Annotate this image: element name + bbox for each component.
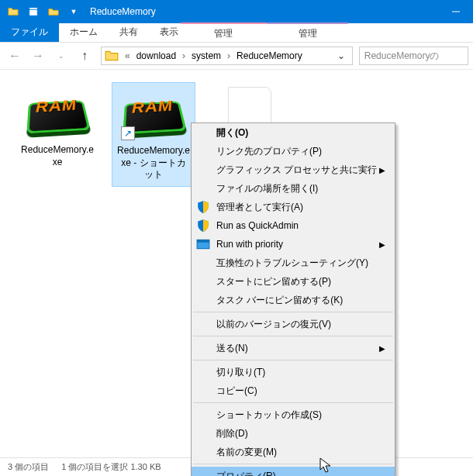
window-title: ReduceMemory bbox=[82, 6, 164, 17]
menu-compatibility[interactable]: 互換性のトラブルシューティング(Y) bbox=[192, 254, 395, 272]
breadcrumb[interactable]: « download › system › ReduceMemory ⌄ bbox=[101, 47, 353, 65]
folder-icon bbox=[5, 3, 22, 20]
folder-icon bbox=[105, 49, 119, 63]
chevron-icon[interactable]: « bbox=[120, 50, 135, 61]
minimize-button[interactable] bbox=[438, 0, 473, 23]
menu-open-file-location[interactable]: ファイルの場所を開く(I) bbox=[192, 179, 395, 198]
chevron-right-icon: ▶ bbox=[379, 166, 385, 174]
cursor-icon bbox=[319, 457, 333, 474]
breadcrumb-dropdown[interactable]: ⌄ bbox=[333, 50, 349, 61]
nav-recent-dropdown[interactable]: ⌄ bbox=[51, 46, 71, 66]
properties-qat-icon[interactable] bbox=[25, 3, 42, 20]
qat-dropdown-icon[interactable]: ▼ bbox=[65, 3, 82, 20]
status-selection: 1 個の項目を選択 1.30 KB bbox=[61, 461, 161, 473]
ram-icon: RAM bbox=[25, 87, 90, 140]
titlebar: ▼ ReduceMemory ショートカット ツール アプリケーション ツール bbox=[0, 0, 473, 23]
menu-run-as-admin[interactable]: 管理者として実行(A) bbox=[192, 198, 395, 216]
menu-separator bbox=[193, 312, 393, 312]
menu-open[interactable]: 開く(O) bbox=[192, 123, 395, 142]
status-item-count: 3 個の項目 bbox=[8, 461, 49, 473]
file-item-exe[interactable]: RAM ReduceMemory.exe bbox=[16, 82, 99, 173]
menu-pin-taskbar[interactable]: タスク バーにピン留めする(K) bbox=[192, 291, 395, 309]
menu-separator bbox=[193, 336, 393, 336]
nav-up[interactable]: ↑ bbox=[74, 46, 95, 66]
search-input[interactable]: ReduceMemoryの bbox=[359, 47, 468, 65]
chevron-icon[interactable]: › bbox=[178, 50, 190, 61]
tab-share[interactable]: 共有 bbox=[109, 22, 149, 42]
menu-create-shortcut[interactable]: ショートカットの作成(S) bbox=[192, 405, 395, 424]
shield-icon bbox=[196, 219, 210, 233]
menu-separator bbox=[193, 360, 393, 360]
menu-send-to[interactable]: 送る(N)▶ bbox=[192, 339, 395, 357]
breadcrumb-item[interactable]: system bbox=[190, 50, 223, 61]
chevron-icon[interactable]: › bbox=[223, 50, 235, 61]
tab-home[interactable]: ホーム bbox=[59, 22, 109, 42]
svg-rect-2 bbox=[197, 240, 209, 242]
context-menu: 開く(O) リンク先のプロパティ(P) グラフィックス プロセッサと共に実行▶ … bbox=[191, 122, 395, 476]
tab-manage-app[interactable]: 管理 bbox=[267, 22, 348, 42]
menu-run-quickadmin[interactable]: Run as QuickAdmin bbox=[192, 216, 395, 235]
menu-restore-versions[interactable]: 以前のバージョンの復元(V) bbox=[192, 315, 395, 333]
nav-bar: ← → ⌄ ↑ « download › system › ReduceMemo… bbox=[0, 43, 473, 70]
menu-copy[interactable]: コピー(C) bbox=[192, 381, 395, 400]
breadcrumb-item[interactable]: ReduceMemory bbox=[235, 50, 304, 61]
menu-delete[interactable]: 削除(D) bbox=[192, 424, 395, 443]
chevron-right-icon: ▶ bbox=[379, 240, 385, 249]
menu-rename[interactable]: 名前の変更(M) bbox=[192, 443, 395, 461]
ram-icon: RAM ↗ bbox=[121, 88, 186, 140]
chevron-right-icon: ▶ bbox=[379, 344, 385, 353]
tab-manage-shortcut[interactable]: 管理 bbox=[181, 22, 266, 42]
svg-rect-0 bbox=[29, 8, 38, 16]
menu-gfx-processor[interactable]: グラフィックス プロセッサと共に実行▶ bbox=[192, 160, 395, 179]
nav-forward: → bbox=[28, 46, 48, 66]
file-item-shortcut[interactable]: RAM ↗ ReduceMemory.exe - ショートカット bbox=[112, 82, 195, 187]
menu-cut[interactable]: 切り取り(T) bbox=[192, 363, 395, 381]
breadcrumb-item[interactable]: download bbox=[135, 50, 178, 61]
ribbon-tabs: ファイル ホーム 共有 表示 管理 管理 bbox=[0, 23, 473, 43]
window-icon bbox=[196, 237, 210, 251]
menu-pin-start[interactable]: スタートにピン留めする(P) bbox=[192, 272, 395, 291]
shield-icon bbox=[196, 200, 210, 214]
menu-separator bbox=[193, 402, 393, 403]
nav-back[interactable]: ← bbox=[5, 46, 25, 66]
new-folder-qat-icon[interactable] bbox=[45, 3, 62, 20]
menu-link-properties[interactable]: リンク先のプロパティ(P) bbox=[192, 142, 395, 160]
tab-file[interactable]: ファイル bbox=[0, 22, 59, 42]
menu-separator bbox=[193, 464, 393, 464]
menu-run-priority[interactable]: Run with priority▶ bbox=[192, 235, 395, 254]
shortcut-arrow-icon: ↗ bbox=[121, 126, 135, 140]
menu-properties[interactable]: プロパティ(R) bbox=[192, 467, 395, 476]
